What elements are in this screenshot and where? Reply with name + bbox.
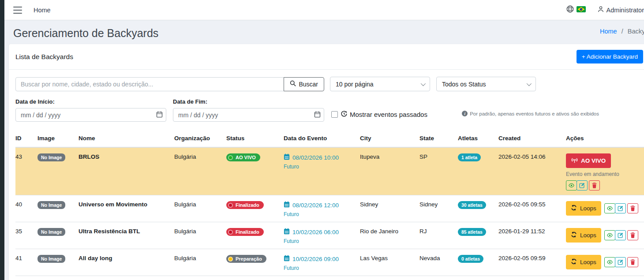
event-date-link[interactable]: 10/02/2026 09:00 <box>284 255 356 263</box>
end-date-input[interactable] <box>173 108 324 122</box>
table-row: 36 No Image Corrida das Estrelas Bulgári… <box>15 276 644 280</box>
edit-button[interactable] <box>577 180 588 190</box>
status-filter-select[interactable]: Todos os Status <box>436 77 536 91</box>
sync-icon <box>571 231 577 239</box>
cell-organizacao: Bulgária <box>174 222 226 249</box>
col-header-state: State <box>419 131 458 147</box>
col-header-atletas: Atletas <box>458 131 498 147</box>
cell-id: 36 <box>15 276 37 280</box>
chevron-down-icon <box>527 81 532 86</box>
delete-button[interactable] <box>589 180 600 190</box>
add-backyard-button[interactable]: + Adicionar Backyard <box>577 50 643 63</box>
athletes-badge: 85 atletas <box>458 228 486 236</box>
col-header-created: Created <box>498 131 566 147</box>
athletes-badge: 0 atletas <box>458 255 483 263</box>
search-icon <box>290 80 296 88</box>
navbar-right: Administrator <box>566 5 644 15</box>
show-past-label: Mostrar eventos passados <box>350 111 427 118</box>
actions-cell: Loops <box>566 228 640 243</box>
sync-icon <box>571 258 577 266</box>
status-badge-finished: Finalizado <box>226 201 264 209</box>
broadcast-tower-icon <box>571 157 578 164</box>
no-image-badge: No Image <box>37 228 65 236</box>
search-button[interactable]: Buscar <box>284 77 324 91</box>
delete-button[interactable] <box>627 257 638 267</box>
status-dot <box>228 155 233 160</box>
loops-button[interactable]: Loops <box>566 228 601 243</box>
cell-id: 40 <box>15 195 37 222</box>
user-name: Administrator <box>607 7 644 14</box>
language-switcher[interactable] <box>566 5 586 15</box>
edit-icon <box>618 232 623 238</box>
view-button[interactable] <box>604 257 615 267</box>
calendar-icon <box>284 228 290 236</box>
delete-button[interactable] <box>627 230 638 240</box>
loops-button[interactable]: Loops <box>566 201 601 216</box>
live-note: Evento em andamento <box>566 171 619 177</box>
view-button[interactable] <box>566 180 577 190</box>
calendar-icon <box>284 201 290 209</box>
cell-state: Sidney <box>419 195 458 222</box>
event-date-link[interactable]: 08/02/2026 12:00 <box>284 201 356 209</box>
cell-created: 2026-01-29 11:52 <box>498 222 566 249</box>
table-row: 35 No Image Ultra Resistência BTL Bulgár… <box>15 222 644 249</box>
cell-id: 43 <box>15 147 37 195</box>
filter-info-note: i Por padrão, apenas eventos futuros e a… <box>462 111 599 116</box>
collapsed-sidebar[interactable] <box>0 0 4 280</box>
event-date-tag: Futuro <box>284 238 356 244</box>
trash-icon <box>630 232 635 238</box>
col-header-acoes: Ações <box>566 131 644 147</box>
history-icon <box>341 110 348 119</box>
cell-created: 2026-02-05 14:06 <box>498 147 566 195</box>
calendar-picker-icon[interactable] <box>314 111 321 118</box>
col-header-image: Image <box>37 131 79 147</box>
eye-icon <box>607 260 613 265</box>
cell-id: 41 <box>15 249 37 276</box>
start-date-input[interactable] <box>15 108 166 122</box>
nav-home-link[interactable]: Home <box>34 7 51 14</box>
show-past-toggle[interactable]: Mostrar eventos passados <box>331 110 427 119</box>
view-button[interactable] <box>604 203 615 213</box>
col-header-data-evento: Data do Evento <box>284 131 360 147</box>
event-date-link[interactable]: 10/02/2026 06:00 <box>284 228 356 236</box>
edit-icon <box>618 259 623 265</box>
table-row: 40 No Image Universo em Movimento Bulgár… <box>15 195 644 222</box>
live-button[interactable]: AO VIVO <box>566 153 611 168</box>
breadcrumb-home-link[interactable]: Home <box>600 28 617 35</box>
status-badge-finished: Finalizado <box>226 228 264 236</box>
cell-state: MG <box>419 276 458 280</box>
table-row: 43 No Image BRLOS Bulgária AO VIVO 08/02… <box>15 147 644 195</box>
search-input[interactable] <box>15 77 284 91</box>
trash-icon <box>630 259 635 265</box>
col-header-nome: Nome <box>79 131 174 147</box>
cell-city: Itupeva <box>360 147 419 195</box>
edit-button[interactable] <box>615 230 626 240</box>
show-past-checkbox[interactable] <box>331 111 338 118</box>
card-title: Lista de Backyards <box>15 53 73 61</box>
table-row: 41 No Image All day long Bulgária Prepar… <box>15 249 644 276</box>
edit-button[interactable] <box>615 257 626 267</box>
view-button[interactable] <box>604 230 615 240</box>
event-date-link[interactable]: 08/02/2026 10:00 <box>284 153 356 161</box>
status-badge-live: AO VIVO <box>226 153 260 161</box>
delete-button[interactable] <box>627 203 638 213</box>
calendar-picker-icon[interactable] <box>156 111 163 118</box>
backyards-card: Lista de Backyards + Adicionar Backyard … <box>9 44 644 280</box>
page-header: Gerenciamento de Backyards <box>4 20 644 44</box>
athletes-badge: 30 atletas <box>458 201 486 209</box>
calendar-icon <box>284 255 290 263</box>
card-header: Lista de Backyards + Adicionar Backyard <box>9 44 644 70</box>
cell-nome: All day long <box>79 249 174 276</box>
user-menu[interactable]: Administrator <box>597 6 644 14</box>
per-page-select[interactable]: 10 por página <box>330 77 430 91</box>
menu-toggle-icon[interactable] <box>13 7 22 14</box>
search-button-label: Buscar <box>299 81 318 88</box>
cell-state: Nevada <box>419 249 458 276</box>
edit-button[interactable] <box>615 203 626 213</box>
loops-button[interactable]: Loops <box>566 255 601 269</box>
col-header-city: City <box>360 131 419 147</box>
cell-nome: Ultra Resistência BTL <box>79 222 174 249</box>
end-date-label: Data de Fim: <box>173 98 324 105</box>
globe-icon <box>566 5 574 15</box>
start-date-label: Data de Início: <box>15 98 166 105</box>
